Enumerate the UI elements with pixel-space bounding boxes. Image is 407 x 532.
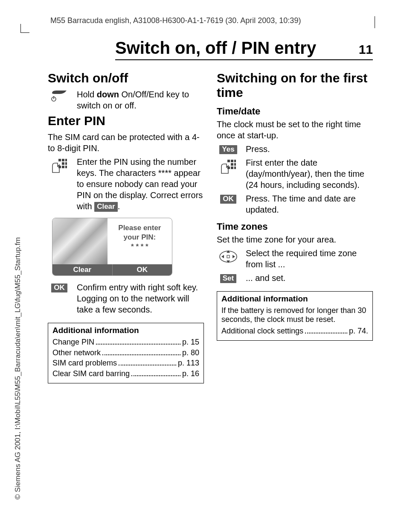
nav-text: Select the required time zone from list … <box>246 248 373 270</box>
ok-softkey-label: OK <box>220 195 236 204</box>
svg-marker-20 <box>227 260 230 263</box>
left-column: Switch on/off Hold down On/Off/End key t… <box>48 68 204 383</box>
timedate-text: The clock must be set to the right time … <box>217 119 373 141</box>
heading-first-time: Switching on for the first time <box>217 71 373 100</box>
svg-rect-23 <box>227 255 230 258</box>
svg-rect-4 <box>65 159 67 161</box>
info-row: Other networkp. 80 <box>52 348 199 357</box>
power-key-icon <box>50 91 68 102</box>
info-row: Clear SIM card barringp. 16 <box>52 369 199 378</box>
phone-soft-right: OK <box>112 264 172 275</box>
ok-text-right: Press. The time and date are updated. <box>246 193 373 215</box>
svg-rect-7 <box>58 166 61 168</box>
svg-marker-19 <box>227 250 230 253</box>
svg-rect-6 <box>65 162 67 165</box>
navigation-key-icon <box>219 249 238 264</box>
crop-mark <box>375 16 375 28</box>
heading-zones: Time zones <box>217 221 373 232</box>
svg-marker-21 <box>221 255 224 258</box>
keypad-text: First enter the date (day/month/year), t… <box>246 157 373 190</box>
phone-screen: Please enter your PIN: * * * * Clear OK <box>52 218 172 276</box>
svg-rect-14 <box>234 163 236 166</box>
info-body: If the battery is removed for longer tha… <box>221 306 368 324</box>
phone-prompt: Please enter your PIN: * * * * <box>108 218 172 264</box>
doc-header: M55 Barracuda english, A31008-H6300-A1-1… <box>50 16 301 25</box>
clear-softkey-label: Clear <box>94 202 118 212</box>
svg-rect-5 <box>62 162 64 165</box>
info-title: Additional information <box>221 294 368 304</box>
additional-info-box: Additional information If the battery is… <box>217 291 373 341</box>
yes-softkey-label: Yes <box>219 145 237 154</box>
svg-rect-15 <box>227 167 230 169</box>
svg-rect-12 <box>234 160 236 162</box>
pin-enter-text: Enter the PIN using the number keys. The… <box>77 156 204 212</box>
set-text: ... and set. <box>246 272 373 284</box>
svg-rect-10 <box>227 160 230 162</box>
svg-rect-2 <box>58 159 61 161</box>
heading-switch-onoff: Switch on/off <box>48 71 204 85</box>
svg-rect-8 <box>62 166 64 168</box>
set-softkey-label: Set <box>220 274 236 283</box>
ok-text: Confirm entry with right soft key. Loggi… <box>77 282 204 315</box>
svg-rect-3 <box>62 159 64 161</box>
switch-text: Hold down On/Off/End key to switch on or… <box>77 89 204 111</box>
ok-softkey-label: OK <box>51 284 67 292</box>
pin-intro: The SIM card can be protected with a 4- … <box>48 132 204 154</box>
yes-text: Press. <box>246 143 373 155</box>
svg-marker-22 <box>233 255 235 258</box>
right-column: Switching on for the first time Time/dat… <box>217 68 373 383</box>
svg-rect-16 <box>231 167 233 169</box>
phone-soft-left: Clear <box>52 264 112 275</box>
info-row: Change PINp. 15 <box>52 338 199 347</box>
svg-rect-17 <box>234 167 236 169</box>
page-title: Switch on, off / PIN entry <box>115 38 346 58</box>
svg-rect-11 <box>231 160 233 162</box>
info-row: SIM card problemsp. 113 <box>52 359 199 368</box>
heading-timedate: Time/date <box>217 106 373 117</box>
keypad-icon <box>52 158 67 173</box>
svg-rect-13 <box>231 163 233 166</box>
additional-info-box: Additional information Change PINp. 15 O… <box>48 323 204 383</box>
info-title: Additional information <box>52 326 199 335</box>
heading-enter-pin: Enter PIN <box>48 114 204 128</box>
copyright-sideways: © Siemens AG 2001, I:\Mobil\L55\M55_Barr… <box>14 237 22 500</box>
svg-rect-9 <box>65 166 67 168</box>
phone-wallpaper <box>52 218 108 264</box>
crop-mark <box>20 24 29 33</box>
page-number: 11 <box>359 42 373 57</box>
info-row: Additional clock settingsp. 74. <box>221 327 368 336</box>
zones-text: Set the time zone for your area. <box>217 234 373 245</box>
page-title-row: Switch on, off / PIN entry 11 <box>115 38 373 60</box>
keypad-icon <box>221 159 236 174</box>
